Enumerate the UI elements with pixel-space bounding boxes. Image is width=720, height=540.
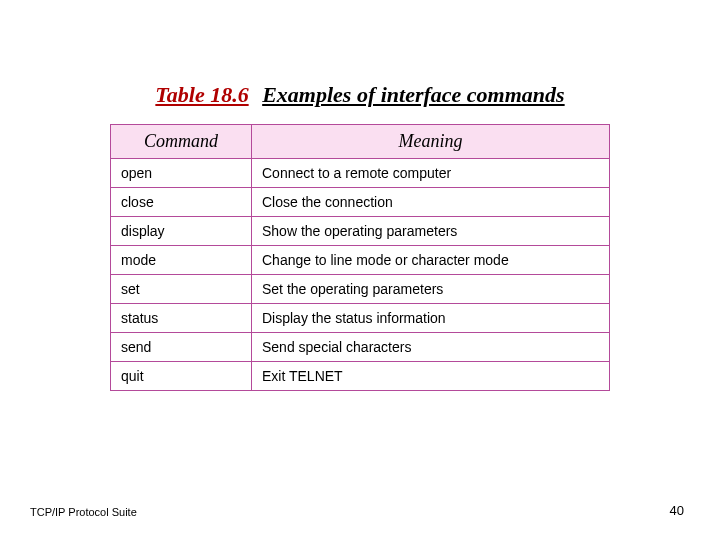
table-row: set Set the operating parameters	[111, 275, 610, 304]
cell-command: send	[111, 333, 252, 362]
header-meaning: Meaning	[252, 125, 610, 159]
table-row: status Display the status information	[111, 304, 610, 333]
table-row: open Connect to a remote computer	[111, 159, 610, 188]
cell-meaning: Connect to a remote computer	[252, 159, 610, 188]
cell-meaning: Show the operating parameters	[252, 217, 610, 246]
cell-command: set	[111, 275, 252, 304]
table-row: mode Change to line mode or character mo…	[111, 246, 610, 275]
table-caption: Table 18.6 Examples of interface command…	[0, 82, 720, 108]
cell-command: mode	[111, 246, 252, 275]
page-number: 40	[670, 503, 684, 518]
table-number: Table 18.6	[155, 82, 248, 107]
table-row: quit Exit TELNET	[111, 362, 610, 391]
table-title: Examples of interface commands	[262, 82, 564, 107]
slide: Table 18.6 Examples of interface command…	[0, 0, 720, 540]
cell-meaning: Close the connection	[252, 188, 610, 217]
cell-command: quit	[111, 362, 252, 391]
commands-table: Command Meaning open Connect to a remote…	[110, 124, 610, 391]
cell-meaning: Send special characters	[252, 333, 610, 362]
table-row: display Show the operating parameters	[111, 217, 610, 246]
cell-command: display	[111, 217, 252, 246]
header-command: Command	[111, 125, 252, 159]
cell-command: status	[111, 304, 252, 333]
cell-meaning: Display the status information	[252, 304, 610, 333]
footer-source: TCP/IP Protocol Suite	[30, 506, 137, 518]
commands-table-wrap: Command Meaning open Connect to a remote…	[110, 124, 610, 391]
cell-meaning: Change to line mode or character mode	[252, 246, 610, 275]
table-row: close Close the connection	[111, 188, 610, 217]
cell-meaning: Set the operating parameters	[252, 275, 610, 304]
cell-meaning: Exit TELNET	[252, 362, 610, 391]
cell-command: open	[111, 159, 252, 188]
cell-command: close	[111, 188, 252, 217]
table-row: send Send special characters	[111, 333, 610, 362]
table-header-row: Command Meaning	[111, 125, 610, 159]
